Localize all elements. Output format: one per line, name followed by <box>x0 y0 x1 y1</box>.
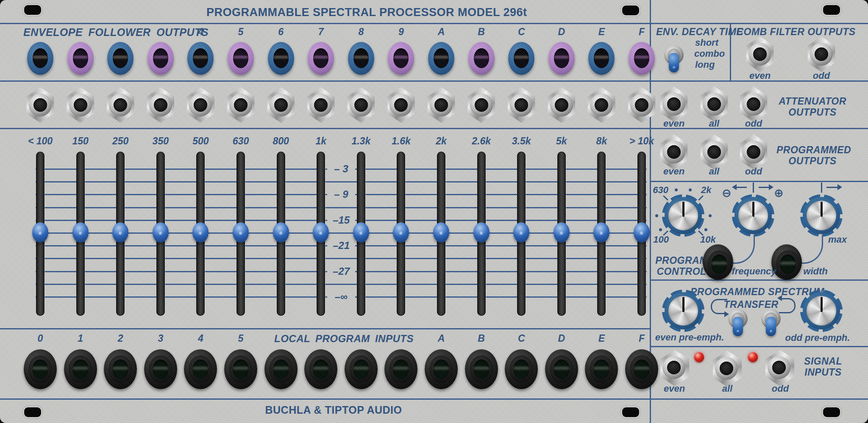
env-decay-switch[interactable] <box>664 45 684 65</box>
metal-jack-3[interactable] <box>146 87 175 123</box>
eq-slider-handle-8[interactable] <box>353 222 369 243</box>
local-program-input-jack-14[interactable] <box>585 349 618 389</box>
switch-lever[interactable] <box>766 317 776 336</box>
local-program-input-jack-0[interactable] <box>24 349 57 389</box>
eq-band-label: 1.6k <box>381 135 420 147</box>
eq-slider-handle-10[interactable] <box>433 222 449 243</box>
eq-slider-handle-3[interactable] <box>153 222 169 243</box>
program-width-knob[interactable] <box>800 194 843 237</box>
envelope-follower-output-jack-0[interactable] <box>27 42 53 75</box>
switch-lever[interactable] <box>669 53 679 72</box>
eq-slider-handle-2[interactable] <box>112 222 128 243</box>
eq-slider-handle-11[interactable] <box>473 222 490 243</box>
envelope-follower-output-jack-12[interactable] <box>508 42 534 75</box>
even-pre-emphasis-knob[interactable] <box>662 290 704 332</box>
envelope-follower-output-jack-8[interactable] <box>348 42 374 75</box>
local-program-input-jack-1[interactable] <box>64 349 97 389</box>
program-frequency-center-knob[interactable] <box>662 194 704 237</box>
local-program-input-jack-2[interactable] <box>104 349 137 389</box>
envelope-follower-output-jack-4[interactable] <box>187 42 214 75</box>
metal-jack-5[interactable] <box>226 87 256 123</box>
local-program-input-jack-4[interactable] <box>184 349 217 389</box>
local-program-input-jack-13[interactable] <box>545 349 578 389</box>
envelope-follower-output-jack-1[interactable] <box>67 42 94 75</box>
programmed-output-jack-even[interactable] <box>659 134 689 170</box>
metal-jack-9[interactable] <box>386 87 416 123</box>
eq-slider-handle-5[interactable] <box>233 222 249 243</box>
env-jack-label-A: A <box>428 26 454 38</box>
switch-lever[interactable] <box>733 317 743 336</box>
metal-jack-0[interactable] <box>25 87 55 123</box>
envelope-follower-output-jack-10[interactable] <box>428 42 454 75</box>
eq-slider-handle-9[interactable] <box>393 222 409 243</box>
signal-input-jack-all[interactable] <box>712 351 743 387</box>
programmed-outputs-title-2: OUTPUTS <box>776 155 849 167</box>
metal-jack-13[interactable] <box>547 87 576 123</box>
programmed-output-jack-odd[interactable] <box>739 134 768 170</box>
local-program-input-jack-5[interactable] <box>224 349 257 389</box>
divider-line <box>651 181 868 182</box>
local-program-input-jack-6[interactable] <box>264 349 298 389</box>
transfer-switch-odd[interactable] <box>761 309 781 329</box>
eq-slider-handle-4[interactable] <box>192 222 209 243</box>
frequency-cv-connector-line <box>730 235 755 264</box>
envelope-follower-output-jack-9[interactable] <box>388 42 414 75</box>
attenuator-output-jack-even[interactable] <box>659 86 689 122</box>
local-program-input-jack-7[interactable] <box>304 349 337 389</box>
eq-slider-handle-15[interactable] <box>634 222 650 243</box>
local-program-input-jack-10[interactable] <box>425 349 458 389</box>
local-program-input-jack-12[interactable] <box>505 349 538 389</box>
attenuator-output-jack-odd[interactable] <box>739 86 768 122</box>
eq-slider-handle-1[interactable] <box>72 222 89 243</box>
eq-slider-handle-13[interactable] <box>554 222 570 243</box>
eq-slider-handle-6[interactable] <box>273 222 289 243</box>
metal-jack-7[interactable] <box>306 87 336 123</box>
program-frequency-offset-knob[interactable] <box>732 194 774 237</box>
knob-scale-dot <box>689 188 692 191</box>
metal-jack-6[interactable] <box>266 87 296 123</box>
programmed-output-jack-all[interactable] <box>699 134 729 170</box>
metal-jack-1[interactable] <box>66 87 95 123</box>
eq-slider-handle-14[interactable] <box>593 222 609 243</box>
knob-scale-dot <box>675 188 678 191</box>
eq-slider-handle-7[interactable] <box>313 222 329 243</box>
comb-output-jack-odd[interactable] <box>807 36 836 72</box>
comb-output-jack-even[interactable] <box>745 36 775 72</box>
odd-pre-emphasis-knob[interactable] <box>800 290 843 332</box>
metal-jack-2[interactable] <box>106 87 135 123</box>
odd-pre-emph-label: odd pre-emph. <box>779 332 856 343</box>
metal-jack-4[interactable] <box>186 87 215 123</box>
local-input-label-D: D <box>549 333 574 344</box>
metal-jack-14[interactable] <box>587 87 616 123</box>
metal-jack-8[interactable] <box>346 87 376 123</box>
envelope-follower-output-jack-13[interactable] <box>548 42 575 75</box>
envelope-follower-output-jack-7[interactable] <box>308 42 334 75</box>
signal-input-jack-odd[interactable] <box>764 350 796 386</box>
local-program-input-jack-11[interactable] <box>465 349 498 389</box>
transfer-curved-arrow-left-icon <box>711 299 727 314</box>
metal-jack-15[interactable] <box>627 87 657 123</box>
eq-slider-handle-12[interactable] <box>513 222 529 243</box>
attenuator-outputs-title: ATTENUATOR <box>776 96 849 107</box>
local-input-label-A: A <box>428 333 454 344</box>
eq-slider-handle-0[interactable] <box>32 222 48 243</box>
metal-jack-12[interactable] <box>506 87 536 123</box>
local-program-input-jack-8[interactable] <box>345 349 378 389</box>
local-program-input-jack-9[interactable] <box>384 349 417 389</box>
envelope-follower-output-jack-14[interactable] <box>588 42 615 75</box>
envelope-follower-output-jack-5[interactable] <box>228 42 254 75</box>
envelope-follower-output-jack-6[interactable] <box>268 42 294 75</box>
local-program-input-jack-15[interactable] <box>625 349 658 389</box>
envelope-follower-output-jack-15[interactable] <box>629 42 655 75</box>
local-program-input-jack-3[interactable] <box>144 349 177 389</box>
envelope-follower-output-jack-2[interactable] <box>107 42 134 75</box>
metal-jack-11[interactable] <box>467 87 496 123</box>
brand-footer: BUCHLA & TIPTOP AUDIO <box>249 404 418 416</box>
transfer-switch-even[interactable] <box>728 309 748 329</box>
attenuator-output-jack-all[interactable] <box>699 86 729 122</box>
metal-jack-10[interactable] <box>426 87 456 123</box>
envelope-follower-output-jack-11[interactable] <box>468 42 495 75</box>
signal-input-jack-even[interactable] <box>659 350 690 386</box>
env-decay-time-title: ENV. DECAY TIME <box>656 26 743 38</box>
envelope-follower-output-jack-3[interactable] <box>147 42 174 75</box>
